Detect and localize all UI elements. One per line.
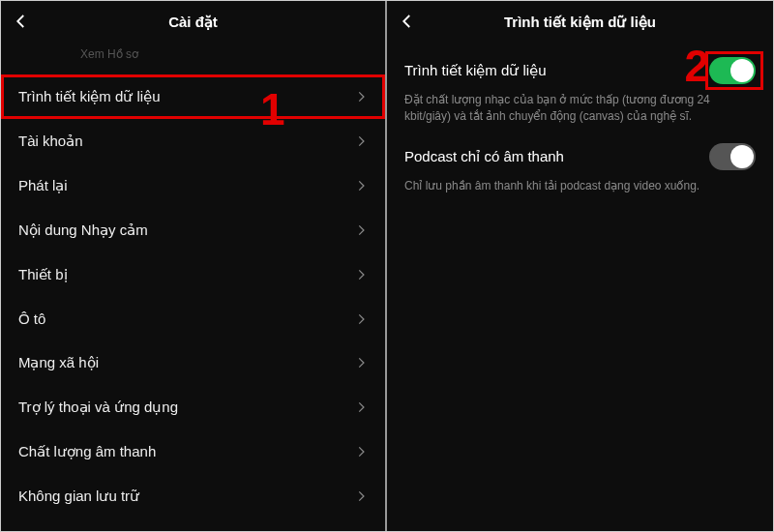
- header: Cài đặt: [1, 1, 385, 44]
- settings-item-label: Mạng xã hội: [18, 354, 99, 371]
- settings-item[interactable]: Phát lại: [1, 163, 385, 208]
- settings-item[interactable]: Không gian lưu trữ: [1, 474, 385, 518]
- back-icon[interactable]: [13, 13, 32, 32]
- chevron-right-icon: [354, 134, 368, 148]
- settings-item[interactable]: Trình tiết kiệm dữ liệu: [1, 74, 385, 119]
- settings-item-label: Chất lượng âm thanh: [18, 443, 156, 460]
- settings-item-label: Thiết bị: [18, 266, 68, 283]
- settings-item-label: Tài khoản: [18, 133, 83, 150]
- chevron-right-icon: [354, 489, 368, 503]
- settings-panel: Cài đặt Xem Hồ sơ Trình tiết kiệm dữ liệ…: [1, 1, 387, 531]
- settings-item[interactable]: Ô tô: [1, 297, 385, 340]
- chevron-right-icon: [354, 268, 368, 281]
- chevron-right-icon: [354, 356, 368, 369]
- settings-item[interactable]: Mạng xã hội: [1, 340, 385, 385]
- page-title: Trình tiết kiệm dữ liệu: [504, 14, 656, 31]
- chevron-right-icon: [354, 223, 368, 237]
- settings-item-label: Phát lại: [18, 177, 68, 194]
- page-title: Cài đặt: [168, 14, 218, 31]
- chevron-right-icon: [354, 90, 368, 103]
- toggle-on[interactable]: [709, 57, 756, 84]
- chevron-right-icon: [354, 400, 368, 414]
- settings-item-label: Ô tô: [18, 310, 45, 327]
- toggle-off[interactable]: [709, 143, 756, 170]
- setting-title: Trình tiết kiệm dữ liệu: [404, 62, 546, 79]
- settings-item-label: Trợ lý thoại và ứng dụng: [18, 399, 178, 416]
- data-saver-panel: Trình tiết kiệm dữ liệu Trình tiết kiệm …: [387, 1, 773, 531]
- settings-item-label: Không gian lưu trữ: [18, 488, 139, 505]
- header: Trình tiết kiệm dữ liệu: [387, 1, 773, 44]
- setting-section: Trình tiết kiệm dữ liệuĐặt chất lượng nh…: [387, 44, 773, 130]
- settings-item[interactable]: Thiết bị: [1, 252, 385, 297]
- setting-title: Podcast chỉ có âm thanh: [404, 148, 564, 165]
- settings-item[interactable]: Nội dung Nhạy cảm: [1, 208, 385, 252]
- back-icon[interactable]: [399, 13, 418, 32]
- settings-list: Trình tiết kiệm dữ liệuTài khoảnPhát lại…: [1, 74, 385, 518]
- chevron-right-icon: [354, 179, 368, 192]
- setting-row: Podcast chỉ có âm thanh: [404, 143, 756, 170]
- settings-item-label: Trình tiết kiệm dữ liệu: [18, 88, 160, 105]
- setting-description: Đặt chất lượng nhạc của bạn ở mức thấp (…: [404, 92, 756, 126]
- settings-item[interactable]: Tài khoản: [1, 119, 385, 163]
- toggle-knob: [730, 145, 754, 168]
- setting-row: Trình tiết kiệm dữ liệu: [404, 57, 756, 84]
- toggle-knob: [730, 59, 754, 82]
- chevron-right-icon: [354, 312, 368, 326]
- setting-description: Chỉ lưu phần âm thanh khi tải podcast dạ…: [404, 178, 756, 194]
- chevron-right-icon: [354, 445, 368, 458]
- settings-item-label: Nội dung Nhạy cảm: [18, 222, 148, 239]
- view-profile-label: Xem Hồ sơ: [80, 47, 385, 61]
- settings-item[interactable]: Trợ lý thoại và ứng dụng: [1, 385, 385, 429]
- settings-item[interactable]: Chất lượng âm thanh: [1, 429, 385, 474]
- setting-section: Podcast chỉ có âm thanhChỉ lưu phần âm t…: [387, 130, 773, 198]
